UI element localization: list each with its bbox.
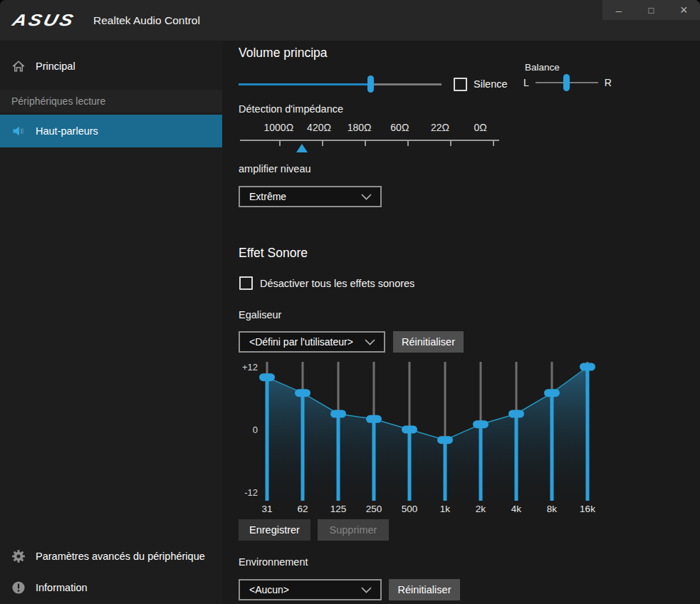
impedance-tick-label: 420Ω	[299, 122, 340, 133]
impedance-tick-label: 1000Ω	[258, 122, 299, 133]
eq-thumb-16k[interactable]	[580, 363, 595, 371]
impedance-tick-mark	[279, 141, 281, 146]
volume-row: Silence Balance L R	[239, 73, 700, 95]
main-content: Volume principa Silence Balance L	[239, 41, 700, 604]
minimize-icon[interactable]: –	[602, 0, 635, 20]
equalizer-reset-button[interactable]: Réinitialiser	[393, 331, 464, 353]
eq-frequency-label: 2k	[476, 504, 486, 514]
eq-frequency-label: 31	[261, 504, 272, 514]
eq-frequency-label: 500	[402, 504, 418, 514]
equalizer-preset-value: <Défini par l'utilisateur>	[249, 336, 353, 348]
impedance-pointer-icon	[296, 144, 308, 152]
sidebar-item-label: Paramètres avancés du périphérique	[36, 551, 205, 562]
eq-area-fill	[267, 367, 587, 501]
equalizer-save-button[interactable]: Enregistrer	[239, 519, 310, 541]
eq-thumb-250[interactable]	[366, 415, 382, 423]
impedance-tick-mark	[407, 141, 409, 146]
eq-thumb-1k[interactable]	[437, 436, 453, 444]
eq-frequency-label: 1k	[440, 504, 451, 514]
eq-thumb-125[interactable]	[330, 410, 346, 418]
environment-selected-value: <Aucun>	[249, 584, 289, 595]
impedance-labels: 1000Ω420Ω180Ω60Ω22Ω0Ω	[239, 122, 501, 133]
impedance-tick-label: 180Ω	[339, 122, 380, 133]
disable-effects-row: Désactiver tous les effets sonores	[239, 276, 414, 290]
sidebar-item-principal[interactable]: Principal	[0, 50, 222, 83]
home-icon	[11, 59, 26, 73]
app-window: ASUS Realtek Audio Control – □ × Princip…	[0, 0, 700, 604]
balance-control: Balance L R	[523, 62, 616, 91]
eq-frequency-label: 16k	[580, 504, 595, 514]
equalizer-label: Egaliseur	[239, 309, 281, 321]
chevron-down-icon	[361, 194, 372, 200]
environment-select[interactable]: <Aucun>	[239, 579, 382, 600]
impedance-tick-mark	[322, 141, 323, 146]
equalizer-preset-select[interactable]: <Défini par l'utilisateur>	[239, 331, 385, 353]
volume-track-fill	[239, 83, 370, 85]
gear-icon	[11, 549, 26, 563]
chevron-down-icon	[361, 587, 372, 593]
eq-ytick-label: -12	[244, 487, 258, 498]
impedance-tick-mark	[365, 141, 366, 146]
eq-frequency-label: 125	[330, 504, 347, 514]
info-icon	[11, 580, 26, 595]
equalizer-chart-wrap: +120-1231621252505001k2k4k8k16k	[239, 360, 612, 515]
window-controls: – □ ×	[602, 0, 700, 20]
impedance-tick-label: 0Ω	[460, 122, 501, 133]
eq-ytick-label: +12	[242, 362, 258, 373]
sidebar-item-label: Principal	[36, 61, 75, 72]
sidebar-section-playback: Périphériques lecture	[0, 90, 222, 113]
sidebar-section-label: Périphériques lecture	[11, 95, 105, 107]
sound-effect-title: Effet Sonore	[239, 246, 308, 261]
disable-effects-checkbox[interactable]	[239, 276, 253, 290]
app-title: Realtek Audio Control	[93, 14, 200, 27]
sidebar: Principal Périphériques lecture Haut-par…	[0, 41, 222, 604]
volume-slider-thumb[interactable]	[367, 76, 374, 93]
eq-thumb-62[interactable]	[295, 389, 310, 397]
eq-thumb-2k[interactable]	[473, 420, 489, 428]
sidebar-item-speakers[interactable]: Haut-parleurs	[0, 115, 222, 147]
eq-frequency-label: 4k	[511, 504, 522, 514]
balance-slider[interactable]	[536, 74, 598, 91]
impedance-scale: 1000Ω420Ω180Ω60Ω22Ω0Ω	[239, 122, 501, 159]
impedance-tick-label: 22Ω	[420, 122, 461, 133]
silence-checkbox[interactable]	[454, 78, 467, 91]
eq-thumb-4k[interactable]	[508, 410, 524, 418]
balance-left-label: L	[523, 77, 529, 88]
impedance-label: Détection d'impédance	[239, 103, 343, 115]
eq-frequency-label: 8k	[547, 504, 558, 514]
impedance-tick-label: 60Ω	[380, 122, 420, 133]
balance-right-label: R	[605, 77, 612, 88]
equalizer-chart[interactable]: +120-1231621252505001k2k4k8k16k	[239, 360, 612, 515]
chevron-down-icon	[365, 339, 375, 345]
speaker-icon	[11, 124, 26, 138]
volume-section-title: Volume principa	[239, 46, 328, 61]
sidebar-item-label: Haut-parleurs	[36, 125, 98, 137]
master-volume-slider[interactable]	[239, 76, 442, 93]
impedance-tick-mark	[450, 141, 451, 146]
equalizer-delete-button: Supprimer	[318, 519, 389, 541]
impedance-tick-mark	[493, 141, 494, 146]
amplifier-selected-value: Extrême	[249, 191, 286, 202]
title-bar[interactable]: ASUS Realtek Audio Control – □ ×	[0, 0, 700, 41]
eq-thumb-8k[interactable]	[544, 389, 560, 397]
disable-effects-label: Désactiver tous les effets sonores	[260, 278, 414, 289]
asus-logo: ASUS	[10, 11, 77, 29]
sidebar-item-label: Information	[36, 582, 88, 593]
eq-ytick-label: 0	[253, 425, 258, 435]
silence-control: Silence	[454, 78, 508, 91]
balance-track-fill	[536, 82, 567, 83]
amplifier-label: amplifier niveau	[239, 163, 311, 175]
sidebar-item-advanced-settings[interactable]: Paramètres avancés du périphérique	[0, 540, 222, 573]
environment-label: Environnement	[239, 556, 308, 568]
close-icon[interactable]: ×	[667, 0, 700, 20]
balance-slider-thumb[interactable]	[563, 74, 570, 91]
sidebar-item-information[interactable]: Information	[0, 573, 222, 603]
eq-thumb-31[interactable]	[259, 373, 275, 381]
environment-reset-button[interactable]: Réinitialiser	[389, 579, 460, 600]
eq-frequency-label: 62	[297, 504, 308, 514]
amplifier-select[interactable]: Extrême	[239, 186, 382, 207]
balance-label: Balance	[525, 62, 616, 73]
eq-frequency-label: 250	[366, 504, 382, 514]
maximize-icon[interactable]: □	[635, 0, 668, 20]
eq-thumb-500[interactable]	[402, 426, 417, 434]
